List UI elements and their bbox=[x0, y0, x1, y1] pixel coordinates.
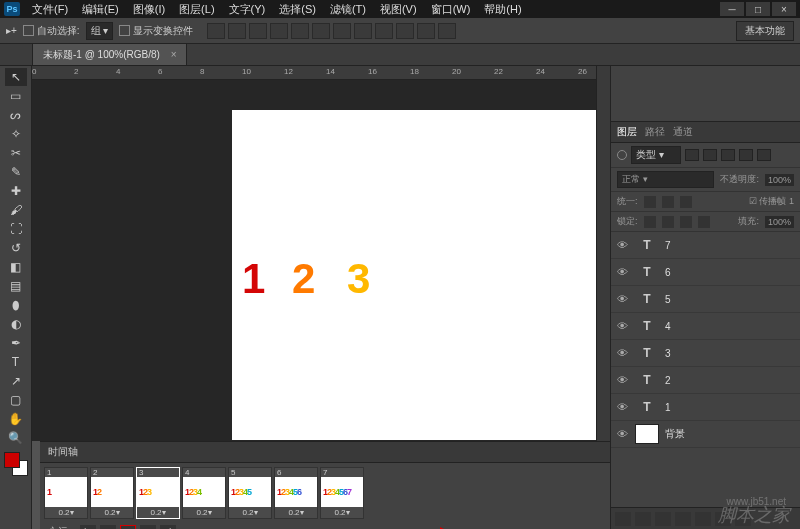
canvas[interactable]: 1 2 3 bbox=[232, 110, 602, 440]
visibility-icon[interactable]: 👁 bbox=[617, 428, 629, 440]
brush-tool[interactable]: 🖌 bbox=[5, 201, 27, 219]
next-frame-button[interactable]: ▸ bbox=[140, 525, 156, 529]
menu-item[interactable]: 图像(I) bbox=[127, 0, 171, 19]
link-icon[interactable] bbox=[615, 512, 631, 526]
fx-icon[interactable] bbox=[635, 512, 651, 526]
frame-delay[interactable]: 0.2▾ bbox=[275, 507, 317, 518]
dodge-tool[interactable]: ◐ bbox=[5, 315, 27, 333]
visibility-icon[interactable]: 👁 bbox=[617, 293, 629, 305]
timeline-frame[interactable]: 61234560.2▾ bbox=[274, 467, 318, 519]
auto-select-checkbox[interactable] bbox=[23, 25, 34, 36]
frame-delay[interactable]: 0.2▾ bbox=[91, 507, 133, 518]
distribute-icon[interactable] bbox=[354, 23, 372, 39]
visibility-icon[interactable]: 👁 bbox=[617, 320, 629, 332]
play-button[interactable]: ▸ bbox=[120, 525, 136, 529]
collapsed-panel-strip[interactable] bbox=[596, 66, 610, 441]
layer-row[interactable]: 👁T6 bbox=[611, 259, 800, 286]
menu-item[interactable]: 窗口(W) bbox=[425, 0, 477, 19]
canvas-area[interactable]: 1 2 3 bbox=[32, 80, 610, 441]
select-type-dropdown[interactable]: 组 ▾ bbox=[86, 22, 114, 40]
prev-frame-button[interactable]: ◂ bbox=[100, 525, 116, 529]
stamp-tool[interactable]: ⛶ bbox=[5, 220, 27, 238]
unify-icon[interactable] bbox=[644, 196, 656, 208]
frame-delay[interactable]: 0.2▾ bbox=[137, 507, 179, 518]
move-tool[interactable]: ↖ bbox=[5, 68, 27, 86]
adjust-icon[interactable] bbox=[675, 512, 691, 526]
lock-icon[interactable] bbox=[644, 216, 656, 228]
layer-row[interactable]: 👁T3 bbox=[611, 340, 800, 367]
distribute-icon[interactable] bbox=[438, 23, 456, 39]
timeline-frame[interactable]: 412340.2▾ bbox=[182, 467, 226, 519]
crop-tool[interactable]: ✂ bbox=[5, 144, 27, 162]
timeline-frame[interactable]: 2120.2▾ bbox=[90, 467, 134, 519]
trash-icon[interactable] bbox=[735, 512, 751, 526]
maximize-button[interactable]: □ bbox=[746, 2, 770, 16]
menu-item[interactable]: 编辑(E) bbox=[76, 0, 125, 19]
menu-item[interactable]: 选择(S) bbox=[273, 0, 322, 19]
align-icon[interactable] bbox=[207, 23, 225, 39]
timeline-frame[interactable]: 712345670.2▾ bbox=[320, 467, 364, 519]
visibility-icon[interactable]: 👁 bbox=[617, 374, 629, 386]
marquee-tool[interactable]: ▭ bbox=[5, 87, 27, 105]
align-icon[interactable] bbox=[270, 23, 288, 39]
gradient-tool[interactable]: ▤ bbox=[5, 277, 27, 295]
pen-tool[interactable]: ✒ bbox=[5, 334, 27, 352]
filter-type-dropdown[interactable]: 类型 ▾ bbox=[631, 146, 681, 164]
color-swatch[interactable] bbox=[4, 452, 28, 476]
frame-delay[interactable]: 0.2▾ bbox=[229, 507, 271, 518]
align-icon[interactable] bbox=[249, 23, 267, 39]
unify-icon[interactable] bbox=[680, 196, 692, 208]
lock-icon[interactable] bbox=[680, 216, 692, 228]
timeline-frame[interactable]: 5123450.2▾ bbox=[228, 467, 272, 519]
menu-item[interactable]: 文字(Y) bbox=[223, 0, 272, 19]
healing-tool[interactable]: ✚ bbox=[5, 182, 27, 200]
type-tool[interactable]: T bbox=[5, 353, 27, 371]
timeline-frame[interactable]: 31230.2▾ bbox=[136, 467, 180, 519]
layer-row[interactable]: 👁背景 bbox=[611, 421, 800, 448]
zoom-tool[interactable]: 🔍 bbox=[5, 429, 27, 447]
mask-icon[interactable] bbox=[655, 512, 671, 526]
lock-icon[interactable] bbox=[698, 216, 710, 228]
filter-icon[interactable] bbox=[703, 149, 717, 161]
unify-icon[interactable] bbox=[662, 196, 674, 208]
visibility-icon[interactable]: 👁 bbox=[617, 266, 629, 278]
layer-row[interactable]: 👁T2 bbox=[611, 367, 800, 394]
tab-paths[interactable]: 路径 bbox=[645, 125, 665, 139]
first-frame-button[interactable]: |◂ bbox=[80, 525, 96, 529]
menu-item[interactable]: 帮助(H) bbox=[478, 0, 527, 19]
menu-item[interactable]: 图层(L) bbox=[173, 0, 220, 19]
minimize-button[interactable]: ─ bbox=[720, 2, 744, 16]
layer-row[interactable]: 👁T7 bbox=[611, 232, 800, 259]
menu-item[interactable]: 视图(V) bbox=[374, 0, 423, 19]
visibility-icon[interactable]: 👁 bbox=[617, 401, 629, 413]
menu-item[interactable]: 文件(F) bbox=[26, 0, 74, 19]
fill-value[interactable]: 100% bbox=[765, 216, 794, 228]
timeline-frame[interactable]: 110.2▾ bbox=[44, 467, 88, 519]
lock-icon[interactable] bbox=[662, 216, 674, 228]
group-icon[interactable] bbox=[695, 512, 711, 526]
align-icon[interactable] bbox=[312, 23, 330, 39]
tab-channels[interactable]: 通道 bbox=[673, 125, 693, 139]
wand-tool[interactable]: ✧ bbox=[5, 125, 27, 143]
loop-dropdown[interactable]: 永远 ▾ bbox=[48, 525, 76, 529]
visibility-icon[interactable]: 👁 bbox=[617, 347, 629, 359]
frame-delay[interactable]: 0.2▾ bbox=[183, 507, 225, 518]
new-layer-icon[interactable] bbox=[715, 512, 731, 526]
frame-delay[interactable]: 0.2▾ bbox=[321, 507, 363, 518]
document-tab[interactable]: 未标题-1 @ 100%(RGB/8) × bbox=[32, 43, 187, 65]
eraser-tool[interactable]: ◧ bbox=[5, 258, 27, 276]
fg-color[interactable] bbox=[4, 452, 20, 468]
close-button[interactable]: × bbox=[772, 2, 796, 16]
blend-mode-dropdown[interactable]: 正常 ▾ bbox=[617, 171, 714, 188]
close-tab-icon[interactable]: × bbox=[171, 49, 177, 60]
path-tool[interactable]: ↗ bbox=[5, 372, 27, 390]
align-icon[interactable] bbox=[228, 23, 246, 39]
distribute-icon[interactable] bbox=[375, 23, 393, 39]
distribute-icon[interactable] bbox=[396, 23, 414, 39]
visibility-icon[interactable]: 👁 bbox=[617, 239, 629, 251]
layer-row[interactable]: 👁T1 bbox=[611, 394, 800, 421]
show-transform-checkbox[interactable] bbox=[119, 25, 130, 36]
menu-item[interactable]: 滤镜(T) bbox=[324, 0, 372, 19]
distribute-icon[interactable] bbox=[333, 23, 351, 39]
history-brush-tool[interactable]: ↺ bbox=[5, 239, 27, 257]
